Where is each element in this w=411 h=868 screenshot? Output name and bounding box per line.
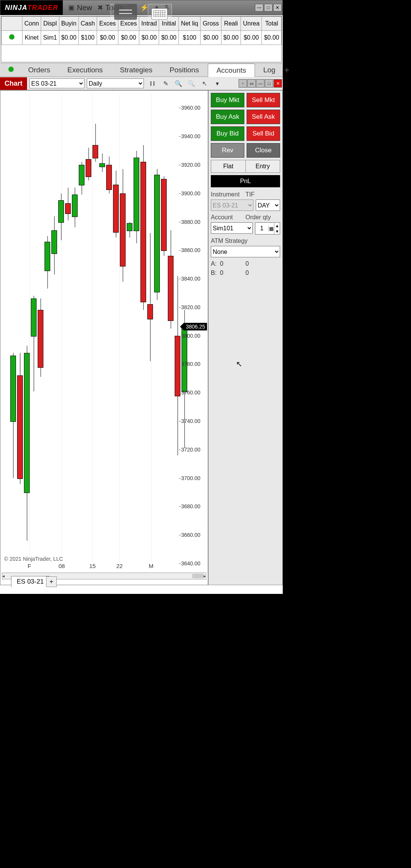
- new-icon: ▣: [68, 3, 75, 12]
- instrument-select[interactable]: ES 03-21: [211, 199, 253, 211]
- atm-select[interactable]: None: [211, 246, 280, 257]
- y-tick: 3920.00: [181, 162, 201, 168]
- grid-header[interactable]: Total: [262, 17, 282, 31]
- close-button[interactable]: Close: [247, 143, 280, 158]
- chart-tab-add[interactable]: +: [46, 576, 57, 587]
- chart-restore[interactable]: ▭: [247, 79, 256, 88]
- gridline: [92, 94, 93, 563]
- grid-cell: $0.00: [139, 31, 159, 45]
- window-minimize[interactable]: —: [255, 4, 263, 11]
- y-tick: 3700.00: [181, 475, 201, 481]
- status-dot-icon: [9, 34, 14, 40]
- menu-new[interactable]: ▣New: [68, 3, 92, 12]
- connection-dot-icon: [8, 67, 14, 72]
- qty-stepper[interactable]: ▦ ▴▾: [255, 222, 280, 235]
- chart-label: Chart: [0, 77, 27, 90]
- sell-bid-button[interactable]: Sell Bid: [247, 126, 280, 141]
- y-tick: 3640.00: [181, 560, 201, 566]
- qty-spinner-icon[interactable]: ▴▾: [274, 223, 280, 234]
- tif-select[interactable]: DAY: [256, 199, 280, 211]
- window-close[interactable]: ✕: [273, 4, 282, 11]
- x-tick: F: [27, 563, 31, 569]
- tab-executions[interactable]: Executions: [59, 64, 112, 77]
- tab-add-button[interactable]: +: [284, 65, 290, 75]
- grid-cell: $0.00: [221, 31, 241, 45]
- grid-cell: $0.00: [59, 31, 78, 45]
- sell-mkt-button[interactable]: Sell Mkt: [247, 93, 280, 107]
- chart-toolbar: Chart ES 03-21 Daily ⫿⫿ ✎ 🔍 🔍 ↖ ▾ ▫ ▭ — …: [0, 77, 283, 90]
- buy-ask-button[interactable]: Buy Ask: [211, 110, 244, 124]
- flat-button[interactable]: Flat: [211, 160, 246, 172]
- chart-tab[interactable]: ES 03-21: [11, 576, 49, 587]
- grid-header[interactable]: Net liq: [178, 17, 200, 31]
- tools-icon: ✖: [97, 3, 103, 12]
- rev-button[interactable]: Rev: [211, 143, 244, 158]
- entry-button[interactable]: Entry: [246, 160, 280, 172]
- y-tick: 3740.00: [181, 418, 201, 424]
- y-tick: 3760.00: [181, 389, 201, 396]
- accounts-grid: ConnDisplBuyinCashExcesExcesIntradInitia…: [1, 16, 282, 62]
- zoom-in-icon[interactable]: 🔍: [174, 79, 183, 88]
- chart-min[interactable]: —: [256, 79, 264, 88]
- grid-header[interactable]: Unrea: [241, 17, 262, 31]
- plug-icon: ⚡: [140, 3, 148, 12]
- zoom-out-icon[interactable]: 🔍: [187, 79, 196, 88]
- y-tick: 3800.00: [181, 333, 201, 339]
- grid-cell: $0.00: [241, 31, 262, 45]
- tab-orders[interactable]: Orders: [20, 64, 59, 77]
- grid-cell: $0.00: [201, 31, 221, 45]
- sell-ask-button[interactable]: Sell Ask: [247, 110, 280, 124]
- dropdown-icon[interactable]: ▾: [213, 79, 221, 88]
- price-flag: 3806.25: [184, 323, 207, 330]
- chart-pin[interactable]: ▫: [239, 79, 247, 88]
- chart-close[interactable]: ✕: [274, 79, 282, 88]
- draw-icon[interactable]: ✎: [161, 79, 170, 88]
- keyboard-icon[interactable]: [151, 8, 167, 20]
- titlebar: NINJATRADER ▣New ✖Tools ❐ ⚡ ✦ $ — □ ✕: [0, 0, 283, 15]
- y-tick: 3780.00: [181, 361, 201, 367]
- grid-cell: $0.00: [159, 31, 178, 45]
- y-tick: 3820.00: [181, 304, 201, 310]
- grid-cell: Kinet: [22, 31, 41, 45]
- buy-mkt-button[interactable]: Buy Mkt: [211, 93, 244, 107]
- grid-header[interactable]: Gross: [201, 17, 221, 31]
- grid-header[interactable]: Reali: [221, 17, 241, 31]
- qty-grid-icon[interactable]: ▦: [268, 226, 274, 231]
- tab-positions[interactable]: Positions: [161, 64, 208, 77]
- y-tick: 3860.00: [181, 247, 201, 253]
- y-tick: 3660.00: [181, 532, 201, 538]
- y-tick: 3880.00: [181, 219, 201, 225]
- x-tick: M: [149, 563, 154, 569]
- grid-header[interactable]: Cash: [78, 17, 97, 31]
- menu-connect[interactable]: ⚡: [140, 3, 148, 12]
- qty-input[interactable]: [255, 225, 268, 232]
- grid-header[interactable]: [2, 17, 22, 31]
- order-panel: Buy Mkt Sell Mkt Buy Ask Sell Ask Buy Bi…: [208, 90, 283, 585]
- account-select[interactable]: Sim101: [211, 222, 253, 234]
- drag-handle-icon[interactable]: [114, 4, 137, 20]
- window-maximize[interactable]: □: [264, 4, 272, 11]
- grid-cell: Sim1: [41, 31, 59, 45]
- grid-cell: $100: [178, 31, 200, 45]
- bars-icon[interactable]: ⫿⫿: [148, 79, 157, 88]
- grid-header[interactable]: Buyin: [59, 17, 78, 31]
- app-logo: NINJATRADER: [0, 0, 63, 15]
- symbol-select[interactable]: ES 03-21: [29, 78, 84, 88]
- interval-select[interactable]: Daily: [87, 78, 144, 88]
- tab-log[interactable]: Log: [255, 64, 284, 77]
- gridline: [119, 94, 120, 563]
- chart-max[interactable]: □: [265, 79, 273, 88]
- tab-strategies[interactable]: Strategies: [112, 64, 161, 77]
- grid-header[interactable]: Conn: [22, 17, 41, 31]
- buy-bid-button[interactable]: Buy Bid: [211, 126, 244, 141]
- x-tick: 08: [59, 563, 65, 569]
- grid-header[interactable]: Displ: [41, 17, 59, 31]
- y-tick: 3960.00: [181, 105, 201, 111]
- y-tick: 3900.00: [181, 190, 201, 196]
- y-tick: 3940.00: [181, 133, 201, 139]
- y-tick: 3680.00: [181, 503, 201, 509]
- grid-cell: $0.00: [118, 31, 139, 45]
- cursor-icon[interactable]: ↖: [200, 79, 209, 88]
- tab-accounts[interactable]: Accounts: [208, 64, 255, 77]
- chart-area[interactable]: 3960.003940.003920.003900.003880.003860.…: [0, 90, 208, 585]
